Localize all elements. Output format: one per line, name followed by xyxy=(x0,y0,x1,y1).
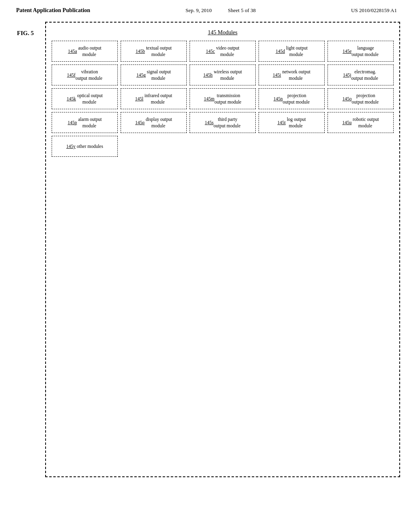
module-box-145f: 145f vibrationoutput module xyxy=(52,64,118,85)
diagram-title: 145 Modules xyxy=(50,29,395,36)
module-box-145m: 145m transmissionoutput module xyxy=(190,88,256,109)
figure-label: FIG. 5 xyxy=(17,30,34,37)
header: Patent Application Publication Sep. 9, 2… xyxy=(0,0,413,18)
module-box-145e: 145e languageoutput module xyxy=(327,41,394,62)
module-box-145b: 145b textual outputmodule xyxy=(121,41,187,62)
module-box-145g: 145g signal outputmodule xyxy=(121,64,187,85)
module-box-145y: 145y other modules xyxy=(52,136,118,157)
module-box-145c: 145c video outputmodule xyxy=(190,41,256,62)
module-box-145s: 145s third partyoutput module xyxy=(190,112,256,133)
module-box-145o: 145o projectionoutput module xyxy=(327,88,394,109)
outer-diagram: 145 Modules 145a audio outputmodule 145f… xyxy=(45,22,400,477)
module-box-145n: 145n projectionoutput module xyxy=(259,88,325,109)
module-col-2: 145b textual outputmodule 145g signal ou… xyxy=(121,41,187,157)
module-col-3: 145c video outputmodule 145h wireless ou… xyxy=(190,41,256,157)
module-box-145t: 145t log outputmodule xyxy=(259,112,325,133)
module-box-145i: 145i network outputmodule xyxy=(259,64,325,85)
module-col-4: 145d light outputmodule 145i network out… xyxy=(259,41,325,157)
header-sheet: Sheet 5 of 38 xyxy=(228,7,256,14)
module-box-145l: 145l infrared outputmodule xyxy=(121,88,187,109)
module-box-145k: 145k optical outputmodule xyxy=(52,88,118,109)
module-box-145j: 145j electromag.output module xyxy=(327,64,394,85)
module-box-145d: 145d light outputmodule xyxy=(259,41,325,62)
module-box-145p: 145p alarm outputmodule xyxy=(52,112,118,133)
module-box-145q: 145q display outputmodule xyxy=(121,112,187,133)
header-date: Sep. 9, 2010 xyxy=(186,7,212,14)
header-patent: US 2010/0228159 A1 xyxy=(351,7,397,14)
module-box-145a: 145a audio outputmodule xyxy=(52,41,118,62)
header-left: Patent Application Publication xyxy=(16,7,90,14)
module-col-5: 145e languageoutput module 145j electrom… xyxy=(327,41,394,157)
module-box-145u: 145u robotic outputmodule xyxy=(327,112,394,133)
module-col-1: 145a audio outputmodule 145f vibrationou… xyxy=(52,41,118,157)
module-box-145h: 145h wireless outputmodule xyxy=(190,64,256,85)
